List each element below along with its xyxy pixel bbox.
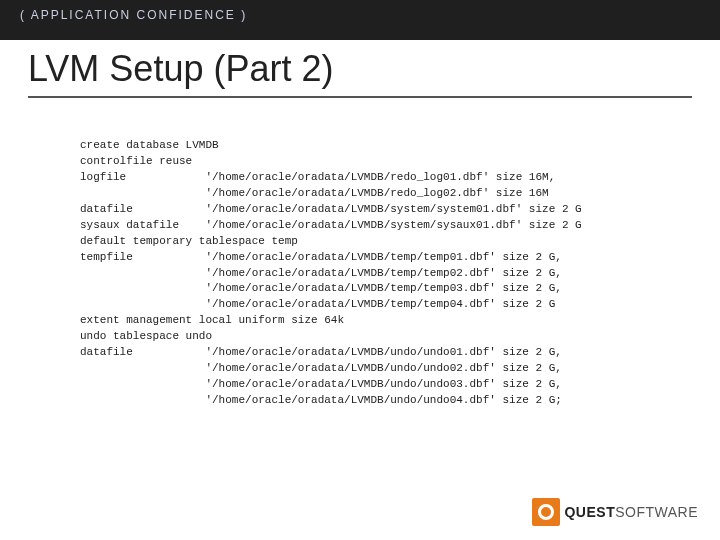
code-line: tempfile '/home/oracle/oradata/LVMDB/tem… bbox=[80, 251, 562, 263]
logo-text: QUESTSOFTWARE bbox=[564, 504, 698, 520]
code-line: undo tablespace undo bbox=[80, 330, 212, 342]
code-line: controlfile reuse bbox=[80, 155, 192, 167]
code-line: datafile '/home/oracle/oradata/LVMDB/und… bbox=[80, 346, 562, 358]
page-title: LVM Setup (Part 2) bbox=[28, 48, 692, 98]
code-line: '/home/oracle/oradata/LVMDB/undo/undo03.… bbox=[80, 378, 562, 390]
code-line: extent management local uniform size 64k bbox=[80, 314, 344, 326]
code-line: default temporary tablespace temp bbox=[80, 235, 298, 247]
logo: QUESTSOFTWARE bbox=[532, 498, 698, 526]
code-line: '/home/oracle/oradata/LVMDB/undo/undo04.… bbox=[80, 394, 562, 406]
code-line: '/home/oracle/oradata/LVMDB/temp/temp03.… bbox=[80, 282, 562, 294]
sql-code-block: create database LVMDB controlfile reuse … bbox=[80, 138, 680, 409]
code-line: create database LVMDB bbox=[80, 139, 219, 151]
quest-logo-icon bbox=[532, 498, 560, 526]
code-line: '/home/oracle/oradata/LVMDB/redo_log02.d… bbox=[80, 187, 549, 199]
code-line: datafile '/home/oracle/oradata/LVMDB/sys… bbox=[80, 203, 582, 215]
code-line: '/home/oracle/oradata/LVMDB/temp/temp02.… bbox=[80, 267, 562, 279]
code-line: '/home/oracle/oradata/LVMDB/temp/temp04.… bbox=[80, 298, 555, 310]
header-tag: ( APPLICATION CONFIDENCE ) bbox=[20, 8, 247, 22]
logo-brand-light: SOFTWARE bbox=[615, 504, 698, 520]
code-line: '/home/oracle/oradata/LVMDB/undo/undo02.… bbox=[80, 362, 562, 374]
logo-brand-bold: QUEST bbox=[564, 504, 615, 520]
code-line: logfile '/home/oracle/oradata/LVMDB/redo… bbox=[80, 171, 555, 183]
code-line: sysaux datafile '/home/oracle/oradata/LV… bbox=[80, 219, 582, 231]
topbar: ( APPLICATION CONFIDENCE ) bbox=[0, 0, 720, 40]
slide: ( APPLICATION CONFIDENCE ) LVM Setup (Pa… bbox=[0, 0, 720, 540]
